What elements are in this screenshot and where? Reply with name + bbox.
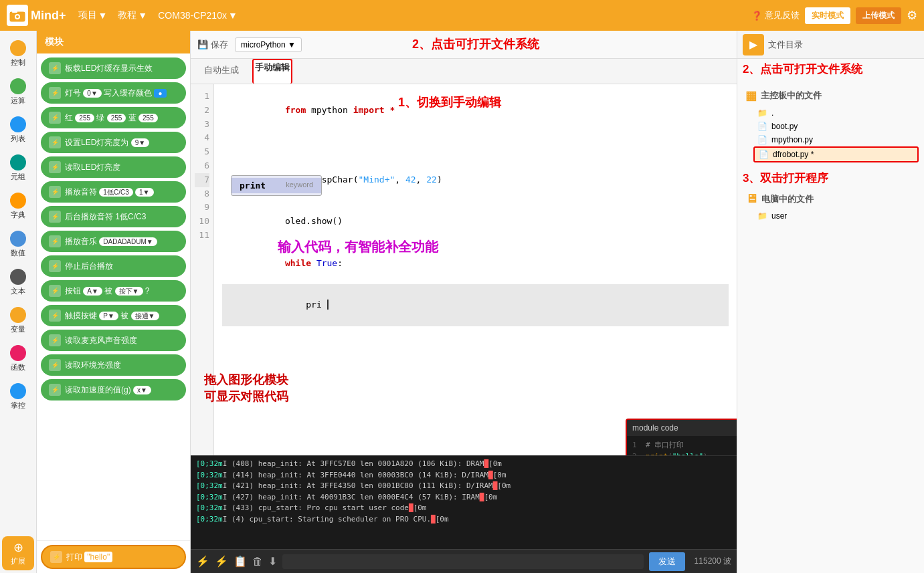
block-icon-print: ⚡	[50, 551, 62, 563]
file-dot-label: .	[771, 108, 773, 118]
block-play-music[interactable]: ⚡ 播放音乐 DADADADUM▼	[41, 231, 186, 252]
menu-tutorial[interactable]: 教程 ▼	[114, 7, 151, 24]
block-icon-11: ⚡	[49, 334, 61, 346]
block-led-read-brightness[interactable]: ⚡ 读取LED灯亮度	[41, 156, 186, 178]
terminal-input[interactable]	[282, 554, 644, 569]
file-dot[interactable]: 📁 .	[753, 106, 919, 120]
block-label-11: 读取麦克风声音强度	[65, 335, 137, 346]
menu-port[interactable]: COM38-CP210x ▼	[154, 7, 242, 24]
cat-logic[interactable]: 运算	[2, 74, 34, 110]
code-line-11	[222, 368, 729, 382]
usb-icon-2[interactable]: ⚡	[215, 555, 228, 568]
code-line-7: pri	[222, 284, 729, 326]
topbar-menu: 项目 ▼ 教程 ▼ COM38-CP210x ▼	[74, 7, 242, 24]
block-light[interactable]: ⚡ 读取环境光强度	[41, 354, 186, 376]
block-led-write[interactable]: ⚡ 灯号 0▼ 写入缓存颜色 ●	[41, 82, 186, 104]
cat-label-logic: 运算	[11, 96, 25, 106]
extend-tab[interactable]: ⊕ 扩展	[2, 536, 34, 570]
annotation-3: 3、双击打开程序	[743, 170, 919, 186]
cat-dict[interactable]: 字典	[2, 189, 34, 224]
block-icon-4: ⚡	[49, 161, 61, 173]
cat-dot-element	[10, 154, 26, 170]
terminal-line-5: [0;32mI (433) cpu_start: Pro cpu start u…	[196, 503, 731, 514]
board-files: 📁 . 📄 boot.py 📄 mpython.py 📄 dfrobot.py …	[753, 106, 919, 162]
save-label: 保存	[211, 39, 228, 51]
cat-control2[interactable]: 掌控	[2, 379, 34, 415]
block-label-5: 播放音符 1低C/C3 1▼	[65, 187, 154, 198]
file-tree: ▦ 主控板中的文件 📁 . 📄 boot.py 📄 mpython.py	[737, 80, 924, 573]
upload-mode-btn[interactable]: 上传模式	[856, 7, 901, 24]
code-line-8	[222, 326, 729, 340]
file-boot-label: boot.py	[771, 122, 798, 131]
block-stop-bg[interactable]: ⚡ 停止后台播放	[41, 255, 186, 277]
cat-var[interactable]: 变量	[2, 303, 34, 338]
download-icon[interactable]: ⬇	[268, 555, 277, 568]
gear-icon[interactable]: ⚙	[907, 8, 917, 23]
file-boot-py[interactable]: 📄 boot.py	[753, 120, 919, 133]
cat-label-control2: 掌控	[11, 400, 25, 411]
cat-label-dict: 字典	[11, 210, 25, 220]
annotation-2-text: 2、点击可打开文件系统	[737, 59, 924, 80]
block-icon-6: ⚡	[49, 211, 61, 223]
code-line-9	[222, 340, 729, 354]
cat-label-element: 元组	[11, 172, 25, 182]
cat-label-number: 数值	[11, 248, 25, 258]
block-mic[interactable]: ⚡ 读取麦克风声音强度	[41, 330, 186, 351]
block-rgb[interactable]: ⚡ 红 255 绿 255 蓝 255	[41, 107, 186, 128]
code-line-10	[222, 354, 729, 368]
file-dir-label: 文件目录	[768, 39, 803, 51]
tab-manual[interactable]: 手动编辑	[252, 59, 292, 84]
logo-text: Mind+	[31, 9, 66, 23]
block-icon-7: ⚡	[49, 235, 61, 247]
realtime-mode-btn[interactable]: 实时模式	[805, 7, 850, 24]
autocomplete-dropdown[interactable]: print keyword	[231, 175, 322, 196]
block-label-4: 读取LED灯亮度	[65, 162, 120, 173]
block-icon-10: ⚡	[49, 310, 61, 322]
feedback-btn[interactable]: ❓ 意见反馈	[751, 9, 800, 21]
block-accel[interactable]: ⚡ 读取加速度的值(g) x▼	[41, 379, 186, 400]
block-led-display[interactable]: ⚡ 板载LED灯缓存显示生效	[41, 58, 186, 79]
topbar: Mind+ 项目 ▼ 教程 ▼ COM38-CP210x ▼ ❓ 意见反馈 实时…	[0, 0, 924, 31]
block-label-7: 播放音乐 DADADADUM▼	[65, 236, 157, 247]
block-print[interactable]: ⚡ 打印 "hello"	[41, 545, 186, 569]
cat-element[interactable]: 元组	[2, 150, 34, 186]
pc-folder-user[interactable]: 📁 user	[753, 209, 919, 223]
block-bg-play-note[interactable]: ⚡ 后台播放音符 1低C/C3	[41, 206, 186, 227]
file-dfrobot-py[interactable]: 📄 dfrobot.py *	[753, 146, 919, 162]
usb-icon-1[interactable]: ⚡	[196, 555, 209, 568]
blocks-list: ⚡ 板载LED灯缓存显示生效 ⚡ 灯号 0▼ 写入缓存颜色 ● ⚡ 红 255 …	[37, 53, 190, 405]
block-icon-2: ⚡	[49, 112, 61, 124]
block-play-note[interactable]: ⚡ 播放音符 1低C/C3 1▼	[41, 181, 186, 203]
cat-func[interactable]: 函数	[2, 341, 34, 376]
main-layout: 控制 运算 列表 元组 字典 数值 文本 变量	[0, 31, 924, 573]
save-button[interactable]: 💾 保存	[197, 39, 228, 51]
autocomplete-item-print[interactable]: print keyword	[232, 178, 321, 193]
block-touch-p[interactable]: ⚡ 触摸按键 P▼ 被 接通▼	[41, 305, 186, 326]
block-button-a[interactable]: ⚡ 按钮 A▼ 被 按下▼ ?	[41, 280, 186, 302]
pc-folder-label: user	[771, 211, 787, 221]
terminal-line-3: [0;32mI (421) heap_init: At 3FFE4350 len…	[196, 481, 731, 492]
terminal-line-2: [0;32mI (414) heap_init: At 3FFE0440 len…	[196, 470, 731, 481]
block-label-10: 触摸按键 P▼ 被 接通▼	[65, 310, 159, 322]
code-editor[interactable]: 12345 67891011 from mpython import * ole…	[191, 84, 737, 455]
menu-project[interactable]: 项目 ▼	[74, 7, 112, 24]
cat-dot-logic	[10, 78, 26, 94]
lang-selector[interactable]: microPython ▼	[235, 37, 302, 52]
cat-text[interactable]: 文本	[2, 265, 34, 300]
tab-auto[interactable]: 自动生成	[191, 59, 252, 84]
extend-label: 扩展	[11, 556, 25, 566]
copy-icon[interactable]: 📋	[234, 555, 247, 568]
block-led-brightness[interactable]: ⚡ 设置LED灯亮度为 9▼	[41, 132, 186, 153]
cat-number[interactable]: 数值	[2, 227, 34, 262]
file-mpython-py[interactable]: 📄 mpython.py	[753, 133, 919, 146]
cat-list[interactable]: 列表	[2, 112, 34, 148]
cat-control[interactable]: 控制	[2, 36, 34, 72]
cat-label-func: 函数	[11, 362, 25, 372]
clear-icon[interactable]: 🗑	[252, 556, 263, 568]
pc-section-header: 🖥 电脑中的文件	[743, 189, 919, 209]
categories-panel: 控制 运算 列表 元组 字典 数值 文本 变量	[0, 31, 37, 573]
send-button[interactable]: 发送	[649, 552, 685, 571]
file-py-icon-boot: 📄	[757, 122, 767, 131]
terminal: [0;32mI (408) heap_init: At 3FFC57E0 len…	[191, 455, 737, 549]
run-button[interactable]: ▶	[743, 34, 764, 55]
